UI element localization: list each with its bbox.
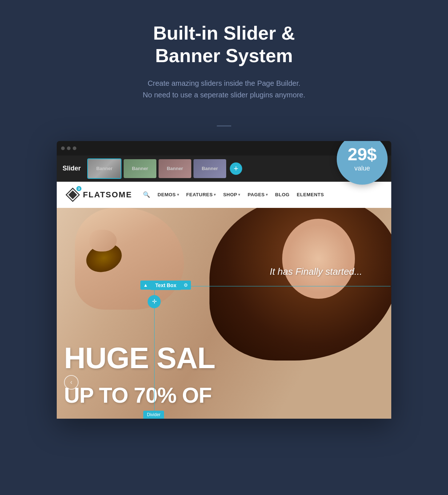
subtitle-line1: Create amazing sliders inside the Page B… (148, 79, 300, 87)
text-box-tooltip: ▲ Text Box ⚙ (140, 281, 191, 290)
hero-area: It has Finally started... HUGE SAL UP TO… (57, 208, 391, 419)
nav-shop-label: SHOP (223, 192, 237, 197)
browser-dot-2 (67, 146, 71, 150)
nav-features[interactable]: FEATURES ▾ (186, 192, 216, 197)
chevron-left-icon: ‹ (70, 378, 72, 386)
browser-dot-1 (61, 146, 65, 150)
search-icon[interactable]: 🔍 (143, 191, 150, 198)
hero-image (57, 208, 391, 419)
divider-tooltip: Divider (143, 411, 164, 419)
browser-dot-3 (73, 146, 76, 150)
nav-demos-chevron: ▾ (177, 193, 179, 197)
value-price: 29$ (348, 146, 377, 163)
main-title: Built-in Slider & Banner System (143, 22, 305, 67)
tab-thumbnail-3: Banner (159, 159, 191, 178)
tab-banner-1[interactable]: Banner (87, 158, 121, 179)
nav-shop-chevron: ▾ (238, 193, 240, 197)
title-line2: Banner System (155, 45, 293, 66)
nav-shop[interactable]: SHOP ▾ (223, 192, 240, 197)
value-label: value (354, 165, 370, 172)
gear-icon: ⚙ (184, 282, 188, 288)
nav-elements[interactable]: ELEMENTS (297, 192, 324, 197)
tab-banner-3[interactable]: Banner (159, 159, 191, 178)
slider-label: Slider (63, 165, 81, 172)
main-nav: DEMOS ▾ FEATURES ▾ SHOP ▾ PAGES ▾ BLOG E… (157, 192, 324, 197)
tab-thumbnail-1: Banner (88, 159, 121, 178)
nav-blog-label: BLOG (275, 192, 290, 197)
move-handle[interactable]: ✛ (148, 295, 161, 308)
tooltip-up-arrow-btn[interactable]: ▲ (140, 281, 151, 290)
nav-pages-label: PAGES (248, 192, 265, 197)
logo-icon-wrapper: 3 (65, 188, 80, 202)
up-arrow-icon: ▲ (143, 282, 148, 288)
title-line1: Built-in Slider & (153, 23, 295, 44)
browser-container: 29$ value Slider Banner Banner Banner (57, 141, 391, 419)
tab-label-3: Banner (167, 166, 183, 171)
tab-banner-2[interactable]: Banner (124, 159, 156, 178)
add-tab-button[interactable]: + (230, 162, 242, 175)
tab-label-4: Banner (202, 166, 218, 171)
move-icon: ✛ (152, 298, 157, 305)
subtitle-line2: No need to use a seperate slider plugins… (143, 91, 305, 99)
nav-demos[interactable]: DEMOS ▾ (157, 192, 179, 197)
tooltip-label: Text Box (151, 281, 181, 290)
add-tab-icon: + (234, 164, 239, 173)
tooltip-gear-btn[interactable]: ⚙ (181, 281, 191, 290)
tab-thumbnail-2: Banner (124, 159, 156, 178)
subtitle: Create amazing sliders inside the Page B… (143, 77, 305, 101)
nav-features-label: FEATURES (186, 192, 213, 197)
logo-text: FLATSOME (83, 190, 132, 200)
nav-pages[interactable]: PAGES ▾ (248, 192, 268, 197)
face-skin (282, 219, 355, 299)
nav-features-chevron: ▾ (214, 193, 216, 197)
header-section: Built-in Slider & Banner System Create a… (143, 22, 305, 101)
nav-pages-chevron: ▾ (266, 193, 268, 197)
nav-elements-label: ELEMENTS (297, 192, 324, 197)
tab-banner-4[interactable]: Banner (193, 159, 226, 178)
nav-demos-label: DEMOS (157, 192, 176, 197)
tab-label-2: Banner (132, 166, 148, 171)
tab-thumbnail-4: Banner (193, 159, 226, 178)
section-divider (217, 125, 231, 126)
tab-label-1: Banner (96, 166, 113, 171)
badge-number: 3 (78, 187, 80, 190)
nav-blog[interactable]: BLOG (275, 192, 290, 197)
slider-prev-button[interactable]: ‹ (64, 375, 79, 390)
divider-label: Divider (147, 412, 160, 417)
logo-badge: 3 (76, 186, 81, 191)
flatsome-nav: 3 FLATSOME 🔍 DEMOS ▾ FEATURES ▾ SHOP ▾ P… (57, 182, 391, 208)
fist (89, 230, 117, 251)
flatsome-logo: 3 FLATSOME (65, 188, 132, 202)
